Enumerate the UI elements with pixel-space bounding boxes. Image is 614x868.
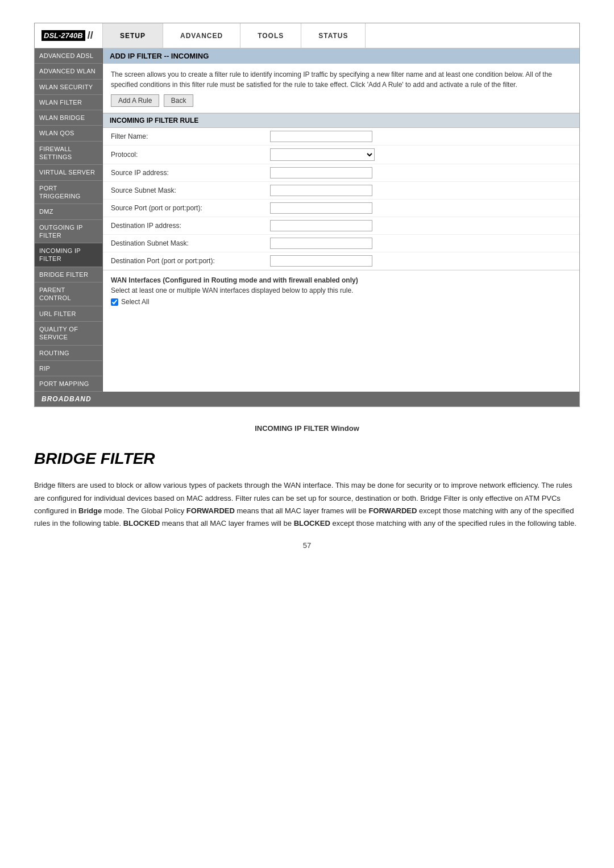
sidebar-item-wlan-qos[interactable]: WLAN QOS: [35, 126, 102, 141]
sidebar-item-parent-control[interactable]: PARENT CONTROL: [35, 283, 102, 306]
sidebar-item-firewall-settings[interactable]: FIREWALL SETTINGS: [35, 142, 102, 165]
input-source-port[interactable]: [270, 202, 372, 214]
form-row-source-ip: Source IP address:: [103, 164, 579, 182]
bridge-filter-text: Bridge filters are used to block or allo…: [34, 479, 580, 529]
wan-title: WAN Interfaces (Configured in Routing mo…: [111, 276, 571, 284]
label-dest-port: Destination Port (port or port:port):: [111, 257, 270, 265]
form-row-source-subnet: Source Subnet Mask:: [103, 182, 579, 200]
tab-advanced[interactable]: ADVANCED: [163, 23, 240, 48]
label-dest-subnet: Destination Subnet Mask:: [111, 239, 270, 247]
wan-section: WAN Interfaces (Configured in Routing mo…: [103, 270, 579, 310]
label-source-ip: Source IP address:: [111, 169, 270, 177]
caption: INCOMING IP FILTER Window: [0, 424, 614, 433]
section-header: ADD IP FILTER -- INCOMING: [103, 48, 579, 64]
label-source-subnet: Source Subnet Mask:: [111, 186, 270, 194]
tab-status[interactable]: STATUS: [301, 23, 366, 48]
sidebar-item-incoming-ip-filter[interactable]: INCOMING IP FILTER: [35, 243, 102, 267]
sidebar-item-quality-of-service[interactable]: QUALITY OF SERVICE: [35, 322, 102, 346]
bottom-bar: BROADBAND: [35, 392, 579, 406]
description-text: The screen allows you to create a filter…: [111, 69, 571, 90]
form-row-dest-subnet: Destination Subnet Mask:: [103, 235, 579, 252]
router-panel: DSL-2740B // SETUP ADVANCED TOOLS STATUS…: [34, 23, 580, 407]
bridge-filter-body: Bridge filters are used to block or allo…: [34, 479, 580, 529]
sidebar-item-advanced-adsl[interactable]: ADVANCED ADSL: [35, 48, 102, 64]
add-a-rule-button[interactable]: Add A Rule: [111, 94, 159, 107]
content-area: ADD IP FILTER -- INCOMING The screen all…: [103, 48, 579, 392]
form-section-title: INCOMING IP FILTER RULE: [110, 117, 198, 124]
label-protocol: Protocol:: [111, 151, 270, 159]
form-section: Filter Name: Protocol: TCP UDP ICMP Sour…: [103, 128, 579, 270]
sidebar-item-port-mapping[interactable]: PORT MAPPING: [35, 376, 102, 392]
sidebar-item-advanced-wlan[interactable]: ADVANCED WLAN: [35, 64, 102, 79]
label-filter-name: Filter Name:: [111, 132, 270, 140]
select-protocol[interactable]: TCP UDP ICMP: [270, 148, 375, 161]
button-row: Add A Rule Back: [111, 94, 571, 107]
form-row-protocol: Protocol: TCP UDP ICMP: [103, 146, 579, 164]
select-all-row: Select All: [111, 298, 571, 306]
label-dest-ip: Destination IP address:: [111, 222, 270, 230]
sidebar-item-port-triggering[interactable]: PORT TRIGGERING: [35, 181, 102, 205]
input-filter-name[interactable]: [270, 131, 372, 142]
main-content: ADVANCED ADSL ADVANCED WLAN WLAN SECURIT…: [35, 48, 579, 392]
input-dest-subnet[interactable]: [270, 238, 372, 249]
sidebar-item-outgoing-ip-filter[interactable]: OUTGOING IP FILTER: [35, 220, 102, 244]
sidebar-item-routing[interactable]: ROUTING: [35, 346, 102, 361]
logo-slashes: //: [88, 30, 93, 41]
tab-setup[interactable]: SETUP: [103, 23, 163, 48]
sidebar-item-wlan-filter[interactable]: WLAN FILTER: [35, 95, 102, 110]
label-source-port: Source Port (port or port:port):: [111, 204, 270, 212]
select-all-checkbox[interactable]: [111, 298, 118, 306]
input-source-ip[interactable]: [270, 167, 372, 178]
section-description: The screen allows you to create a filter…: [103, 64, 579, 113]
sidebar: ADVANCED ADSL ADVANCED WLAN WLAN SECURIT…: [35, 48, 103, 392]
sidebar-item-url-filter[interactable]: URL FILTER: [35, 306, 102, 322]
wan-subtitle: Select at least one or multiple WAN inte…: [111, 286, 571, 294]
select-all-label: Select All: [121, 298, 149, 306]
nav-tabs: SETUP ADVANCED TOOLS STATUS: [103, 23, 579, 48]
form-row-source-port: Source Port (port or port:port):: [103, 200, 579, 217]
form-row-dest-ip: Destination IP address:: [103, 217, 579, 235]
logo-model: DSL-2740B: [42, 30, 85, 41]
bottom-brand-text: BROADBAND: [42, 395, 92, 403]
bridge-filter-section: BRIDGE FILTER Bridge filters are used to…: [34, 450, 580, 529]
form-section-header: INCOMING IP FILTER RULE: [103, 113, 579, 128]
top-nav: DSL-2740B // SETUP ADVANCED TOOLS STATUS: [35, 23, 579, 48]
sidebar-item-virtual-server[interactable]: VIRTUAL SERVER: [35, 165, 102, 180]
form-row-filter-name: Filter Name:: [103, 128, 579, 146]
sidebar-item-wlan-security[interactable]: WLAN SECURITY: [35, 80, 102, 95]
sidebar-item-dmz[interactable]: DMZ: [35, 204, 102, 219]
sidebar-item-bridge-filter[interactable]: BRIDGE FILTER: [35, 267, 102, 283]
sidebar-item-rip[interactable]: RIP: [35, 361, 102, 376]
form-row-dest-port: Destination Port (port or port:port):: [103, 252, 579, 270]
section-title: ADD IP FILTER -- INCOMING: [110, 52, 209, 60]
input-dest-port[interactable]: [270, 255, 372, 267]
logo-area: DSL-2740B //: [35, 23, 103, 48]
bridge-filter-title: BRIDGE FILTER: [34, 450, 580, 468]
input-source-subnet[interactable]: [270, 185, 372, 196]
back-button[interactable]: Back: [164, 94, 194, 107]
input-dest-ip[interactable]: [270, 220, 372, 231]
page-number: 57: [0, 541, 614, 550]
tab-tools[interactable]: TOOLS: [240, 23, 301, 48]
caption-text: INCOMING IP FILTER Window: [255, 424, 359, 433]
page-number-text: 57: [303, 541, 311, 550]
sidebar-item-wlan-bridge[interactable]: WLAN BRIDGE: [35, 110, 102, 126]
